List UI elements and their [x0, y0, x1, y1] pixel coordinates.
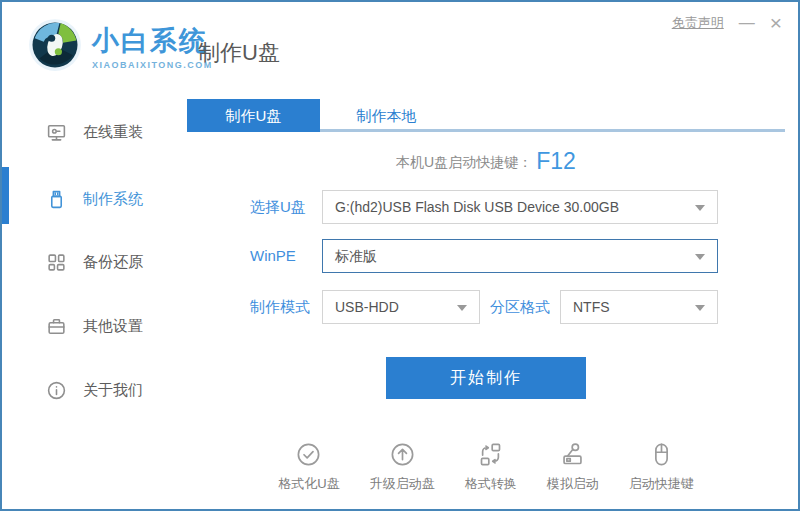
usb-select-value: G:(hd2)USB Flash Disk USB Device 30.00GB — [335, 199, 619, 215]
active-item-indicator — [2, 167, 9, 224]
sidebar-item-label: 制作系统 — [83, 190, 143, 209]
stamp-icon — [559, 441, 586, 468]
monitor-icon — [46, 122, 67, 143]
close-button[interactable]: × — [770, 12, 782, 33]
sidebar: 在线重装 制作系统 备份还原 其他 — [2, 92, 187, 509]
chevron-down-icon — [695, 305, 705, 311]
partition-format-dropdown[interactable]: NTFS — [560, 290, 718, 324]
tool-boot-hotkey[interactable]: 启动快捷键 — [629, 441, 694, 493]
app-logo-icon — [28, 18, 82, 72]
make-mode-label: 制作模式 — [250, 290, 310, 324]
boot-hotkey-label: 本机U盘启动快捷键： — [396, 154, 532, 170]
sidebar-item-other-settings[interactable]: 其他设置 — [46, 309, 143, 343]
tool-format-convert[interactable]: 格式转换 — [465, 441, 517, 493]
boot-hotkey-line: 本机U盘启动快捷键：F12 — [187, 148, 785, 175]
chevron-down-icon — [457, 305, 467, 311]
make-mode-value: USB-HDD — [335, 299, 399, 315]
sidebar-item-about-us[interactable]: 关于我们 — [46, 373, 143, 407]
tab-make-local[interactable]: 制作本地 — [320, 99, 453, 129]
usb-select-dropdown[interactable]: G:(hd2)USB Flash Disk USB Device 30.00GB — [322, 190, 718, 224]
sidebar-item-label: 其他设置 — [83, 317, 143, 336]
main-panel: 制作U盘 制作本地 本机U盘启动快捷键：F12 选择U盘 G:(hd2)USB … — [187, 92, 798, 509]
chevron-down-icon — [695, 205, 705, 211]
tool-label: 格式化U盘 — [278, 475, 339, 493]
logo-title: 小白系统 — [92, 28, 213, 55]
minimize-button[interactable]: — — [739, 15, 755, 31]
sidebar-item-label: 在线重装 — [83, 123, 143, 142]
partition-format-label: 分区格式 — [490, 290, 550, 324]
app-window: 小白系统 XIAOBAIXITONG.COM 制作U盘 免责声明 — × 在线重… — [0, 0, 800, 511]
logo-text: 小白系统 XIAOBAIXITONG.COM — [92, 28, 213, 70]
sidebar-item-online-reinstall[interactable]: 在线重装 — [46, 115, 143, 149]
tool-format-usb[interactable]: 格式化U盘 — [278, 441, 339, 493]
start-make-button[interactable]: 开始制作 — [386, 357, 586, 399]
tool-simulate-boot[interactable]: 模拟启动 — [547, 441, 599, 493]
mouse-icon — [648, 441, 675, 468]
tool-label: 模拟启动 — [547, 475, 599, 493]
arrow-up-circle-icon — [389, 441, 416, 468]
footer-toolbar: 格式化U盘 升级启动盘 格式转换 — [187, 441, 785, 493]
tool-label: 升级启动盘 — [370, 475, 435, 493]
tab-make-usb[interactable]: 制作U盘 — [187, 99, 320, 129]
partition-format-value: NTFS — [573, 299, 610, 315]
logo-subtitle: XIAOBAIXITONG.COM — [92, 60, 213, 70]
tool-label: 启动快捷键 — [629, 475, 694, 493]
page-title: 制作U盘 — [198, 38, 280, 68]
sidebar-item-make-system[interactable]: 制作系统 — [46, 182, 143, 216]
boot-hotkey-value: F12 — [536, 148, 576, 174]
chevron-down-icon — [695, 254, 705, 260]
usb-drive-icon — [46, 189, 67, 210]
tool-upgrade-boot-disk[interactable]: 升级启动盘 — [370, 441, 435, 493]
usb-select-label: 选择U盘 — [250, 190, 306, 224]
disclaimer-link[interactable]: 免责声明 — [672, 14, 724, 32]
sidebar-item-label: 备份还原 — [83, 253, 143, 272]
check-circle-icon — [295, 441, 322, 468]
sidebar-item-label: 关于我们 — [83, 381, 143, 400]
winpe-value: 标准版 — [335, 248, 377, 264]
window-controls: 免责声明 — × — [672, 12, 782, 33]
tool-label: 格式转换 — [465, 475, 517, 493]
grid-icon — [46, 252, 67, 273]
briefcase-icon — [46, 316, 67, 337]
winpe-dropdown[interactable]: 标准版 — [322, 239, 718, 273]
info-icon — [46, 380, 67, 401]
make-mode-dropdown[interactable]: USB-HDD — [322, 290, 480, 324]
winpe-label: WinPE — [250, 239, 296, 273]
sidebar-item-backup-restore[interactable]: 备份还原 — [46, 245, 143, 279]
convert-icon — [477, 441, 504, 468]
tab-bar: 制作U盘 制作本地 — [187, 99, 785, 132]
